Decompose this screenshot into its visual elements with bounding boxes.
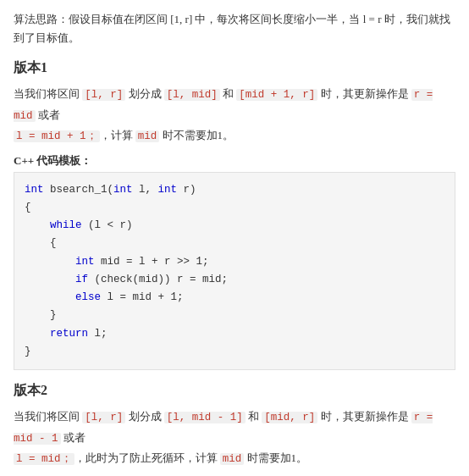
version1-code-block: int bsearch_1(int l, int r) { while (l <…	[14, 172, 455, 371]
intro-text: 算法思路：假设目标值在闭区间 [1, r] 中，每次将区间长度缩小一半，当 l …	[14, 10, 455, 47]
version2-desc: 当我们将区间 [l, r] 划分成 [l, mid - 1] 和 [mid, r…	[14, 407, 455, 469]
version1-code-label: C++ 代码模板：	[14, 153, 455, 169]
version1-title: 版本1	[14, 59, 455, 77]
version1-section: 版本1 当我们将区间 [l, r] 划分成 [l, mid] 和 [mid + …	[14, 59, 455, 370]
version1-desc: 当我们将区间 [l, r] 划分成 [l, mid] 和 [mid + 1, r…	[14, 84, 455, 147]
version2-section: 版本2 当我们将区间 [l, r] 划分成 [l, mid - 1] 和 [mi…	[14, 382, 455, 476]
version2-title: 版本2	[14, 382, 455, 400]
